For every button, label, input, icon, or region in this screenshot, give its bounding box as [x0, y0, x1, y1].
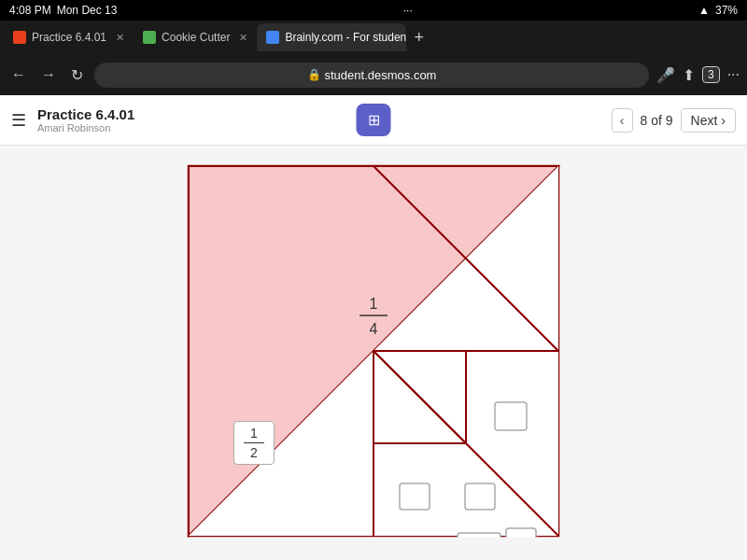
page-indicator: 8 of 9 — [641, 113, 673, 128]
calculator-button[interactable]: ⊞ — [357, 104, 391, 136]
back-button[interactable]: ← — [7, 63, 30, 87]
fraction-denominator-big: 4 — [370, 321, 378, 337]
tab-icon-practice — [13, 31, 26, 44]
share-icon[interactable]: ⬆ — [683, 66, 695, 84]
chevron-right-icon: › — [721, 113, 726, 128]
puzzle-container: 1 4 — [187, 164, 560, 538]
menu-icon[interactable]: ☰ — [11, 110, 26, 131]
url-actions: 🎤 ⬆ 3 ··· — [656, 66, 740, 84]
tab-practice[interactable]: Practice 6.4.01 ✕ — [4, 23, 134, 51]
next-button[interactable]: Next › — [681, 108, 736, 133]
tab-brainly[interactable]: Brainly.com - For studen... ✕ — [257, 23, 406, 51]
status-right: ▲ 37% — [698, 4, 738, 17]
more-icon[interactable]: ··· — [727, 66, 740, 83]
wifi-icon: ▲ — [698, 4, 710, 17]
dots-icon: ··· — [403, 4, 413, 17]
fraction-numerator-big: 1 — [370, 296, 378, 312]
status-left: 4:08 PM Mon Dec 13 — [9, 4, 117, 17]
date: Mon Dec 13 — [57, 4, 118, 17]
tab-close-cookie[interactable]: ✕ — [239, 32, 247, 44]
calculator-icon: ⊞ — [368, 112, 380, 128]
tab-close-practice[interactable]: ✕ — [116, 32, 124, 44]
battery: 37% — [715, 4, 738, 17]
input-box-4[interactable] — [506, 528, 536, 538]
new-tab-button[interactable]: + — [406, 28, 431, 48]
student-name: Amari Robinson — [37, 122, 134, 133]
tab-cookie[interactable]: Cookie Cutter ✕ — [134, 23, 257, 51]
url-input[interactable]: 🔒 student.desmos.com — [94, 63, 649, 88]
time: 4:08 PM — [9, 4, 51, 17]
puzzle-svg: 1 4 — [187, 164, 560, 538]
practice-title: Practice 6.4.01 — [37, 106, 134, 122]
url-bar: ← → ↻ 🔒 student.desmos.com 🎤 ⬆ 3 ··· — [0, 54, 747, 95]
mic-icon[interactable]: 🎤 — [656, 66, 675, 84]
status-bar: 4:08 PM Mon Dec 13 ··· ▲ 37% — [0, 0, 747, 21]
forward-button[interactable]: → — [37, 63, 60, 87]
prev-button[interactable]: ‹ — [612, 108, 633, 133]
nav-controls: ‹ 8 of 9 Next › — [612, 108, 736, 133]
reload-button[interactable]: ↻ — [67, 63, 87, 88]
app-title: Practice 6.4.01 Amari Robinson — [37, 106, 134, 133]
app-header: ☰ Practice 6.4.01 Amari Robinson ⊞ ‹ 8 o… — [0, 95, 747, 146]
tab-bar: Practice 6.4.01 ✕ Cookie Cutter ✕ Brainl… — [0, 21, 747, 54]
lock-icon: 🔒 — [307, 68, 321, 81]
frac-num: 1 — [244, 426, 264, 443]
tab-label-cookie: Cookie Cutter — [162, 31, 230, 44]
tab-label-brainly: Brainly.com - For studen... — [285, 31, 406, 44]
content-area: 1 4 — [0, 146, 747, 560]
next-label: Next — [691, 113, 718, 128]
tab-label-practice: Practice 6.4.01 — [32, 31, 106, 44]
fraction-half-num: 1 — [475, 536, 483, 538]
frac-den: 2 — [244, 443, 264, 460]
input-box-3[interactable] — [465, 483, 495, 510]
url-text: student.desmos.com — [325, 68, 437, 82]
tab-icon-cookie — [143, 31, 156, 44]
fraction-half-overlay: 1 2 — [233, 421, 275, 465]
input-box-2[interactable] — [400, 483, 430, 510]
tab-icon-brainly — [266, 31, 279, 44]
tabs-count[interactable]: 3 — [702, 66, 720, 83]
input-box-1[interactable] — [495, 402, 527, 430]
